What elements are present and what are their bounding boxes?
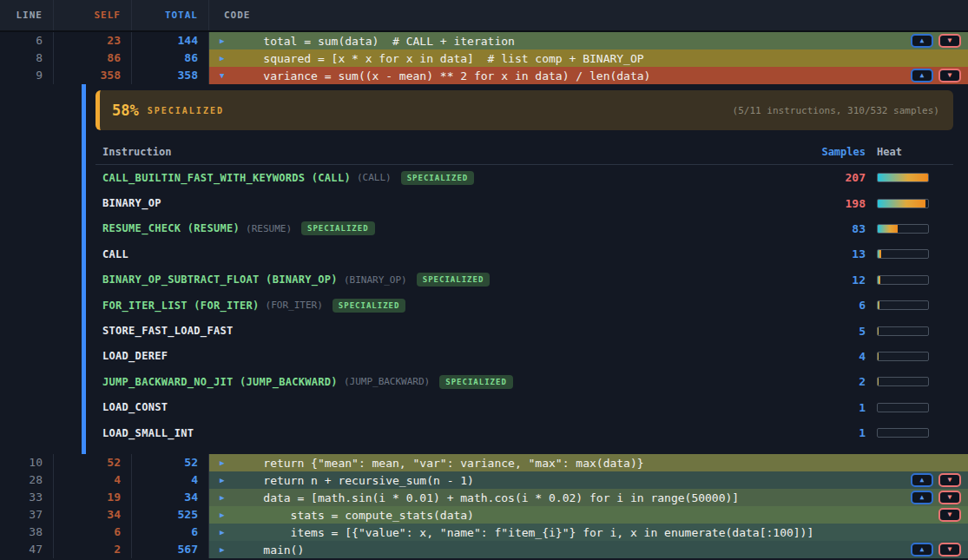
row-buttons: ▼: [938, 508, 968, 522]
samples-count: 2: [805, 375, 866, 388]
code-cell[interactable]: ▶ squared = [x * x for x in data] # list…: [209, 49, 968, 67]
instruction-name: LOAD_DEREF: [102, 350, 168, 362]
specialized-badge: SPECIALIZED: [333, 299, 406, 313]
samples-count: 5: [805, 325, 866, 338]
self-samples: 2: [54, 541, 132, 558]
heat-fill: [878, 301, 879, 309]
code-cell[interactable]: ▶ total = sum(data) # CALL + iteration ▲…: [209, 32, 968, 49]
jump-down-button[interactable]: ▼: [938, 473, 961, 487]
instruction-name: BINARY_OP: [102, 197, 161, 209]
expand-chevron-icon[interactable]: ▶: [220, 458, 230, 467]
instruction-row: FOR_ITER_LIST (FOR_ITER) (FOR_ITER) SPEC…: [95, 293, 953, 318]
instruction-row: LOAD_SMALL_INT 1: [95, 420, 953, 445]
jump-down-button[interactable]: ▼: [938, 69, 961, 82]
heat-cell: [877, 300, 953, 310]
jump-down-button[interactable]: ▼: [938, 543, 961, 557]
code-cell[interactable]: ▶ main() ▲▼: [209, 541, 968, 558]
row-buttons: ▲▼: [911, 491, 968, 504]
total-samples: 52: [132, 454, 209, 471]
instruction-base: (JUMP_BACKWARD): [344, 376, 430, 387]
line-number: 37: [0, 506, 54, 524]
line-number: 6: [0, 32, 54, 49]
expand-chevron-icon[interactable]: ▶: [220, 511, 230, 519]
samples-count: 198: [805, 197, 866, 210]
heat-bar: [877, 199, 929, 208]
table-row[interactable]: 10 52 52 ▶ return {"mean": mean, "var": …: [0, 454, 968, 471]
expand-chevron-icon[interactable]: ▶: [220, 36, 230, 45]
line-number: 8: [0, 49, 54, 67]
jump-down-button[interactable]: ▼: [938, 491, 961, 504]
table-row[interactable]: 37 34 525 ▶ stats = compute_stats(data) …: [0, 506, 968, 524]
code-cell[interactable]: ▶ stats = compute_stats(data) ▼: [209, 506, 968, 524]
jump-up-button[interactable]: ▲: [911, 491, 933, 504]
expand-chevron-icon[interactable]: ▼: [220, 71, 230, 80]
heat-cell: [877, 199, 953, 208]
self-samples: 6: [54, 524, 132, 541]
code-cell[interactable]: ▼ variance = sum((x - mean) ** 2 for x i…: [209, 67, 968, 84]
jump-down-button[interactable]: ▼: [938, 508, 961, 522]
code-cell[interactable]: ▶ items = [{"value": x, "name": f"item_{…: [209, 524, 968, 541]
jump-down-button[interactable]: ▼: [938, 34, 961, 48]
instruction-base: (RESUME): [246, 223, 292, 234]
heat-bar: [877, 300, 929, 310]
total-samples: 34: [132, 489, 209, 506]
expand-chevron-icon[interactable]: ▶: [220, 528, 230, 537]
total-samples: 358: [132, 67, 209, 84]
instruction-row: RESUME_CHECK (RESUME) (RESUME) SPECIALIZ…: [95, 216, 953, 241]
heat-fill: [878, 225, 898, 233]
instruction-base: (FOR_ITER): [266, 300, 323, 311]
instruction-name-cell: CALL_BUILTIN_FAST_WITH_KEYWORDS (CALL) (…: [95, 171, 805, 185]
samples-column-header: Samples: [805, 146, 866, 158]
expanded-detail-panel: 58% SPECIALIZED (5/11 instructions, 310/…: [0, 84, 968, 454]
expand-chevron-icon[interactable]: ▶: [220, 54, 230, 63]
jump-up-button[interactable]: ▲: [911, 69, 933, 82]
jump-up-button[interactable]: ▲: [911, 473, 933, 487]
column-header-code: CODE: [209, 0, 968, 30]
self-samples: 4: [54, 471, 132, 489]
expand-chevron-icon[interactable]: ▶: [220, 545, 230, 554]
instruction-name-cell: LOAD_SMALL_INT: [95, 427, 805, 439]
instruction-name-cell: JUMP_BACKWARD_NO_JIT (JUMP_BACKWARD) (JU…: [95, 375, 805, 389]
line-number: 47: [0, 541, 54, 558]
instruction-name-cell: FOR_ITER_LIST (FOR_ITER) (FOR_ITER) SPEC…: [95, 299, 805, 313]
instruction-row: STORE_FAST_LOAD_FAST 5: [95, 318, 953, 343]
self-samples: 358: [54, 67, 132, 84]
heat-fill: [878, 250, 881, 258]
heat-bar: [877, 275, 929, 285]
expand-chevron-icon[interactable]: ▶: [220, 493, 230, 502]
table-row[interactable]: 47 2 567 ▶ main() ▲▼: [0, 541, 968, 558]
total-samples: 567: [132, 541, 209, 558]
expand-chevron-icon[interactable]: ▶: [220, 476, 230, 484]
instruction-name: RESUME_CHECK (RESUME): [102, 222, 240, 234]
table-header-row: LINE SELF TOTAL CODE: [0, 0, 968, 32]
line-number: 33: [0, 489, 54, 506]
table-row[interactable]: 38 6 6 ▶ items = [{"value": x, "name": f…: [0, 524, 968, 541]
code-text: stats = compute_stats(data): [236, 509, 474, 522]
profiler-app: LINE SELF TOTAL CODE 6 23 144 ▶ total = …: [0, 0, 968, 560]
heat-fill: [878, 200, 925, 208]
code-cell[interactable]: ▶ return n + recursive_sum(n - 1) ▲▼: [209, 471, 968, 489]
table-row[interactable]: 9 358 358 ▼ variance = sum((x - mean) **…: [0, 67, 968, 84]
jump-up-button[interactable]: ▲: [911, 34, 933, 48]
instruction-row: BINARY_OP 198: [95, 190, 953, 215]
instruction-row: CALL 13: [95, 241, 953, 267]
code-cell[interactable]: ▶ return {"mean": mean, "var": variance,…: [209, 454, 968, 471]
heat-cell: [877, 403, 953, 412]
instruction-row: LOAD_CONST 1: [95, 395, 953, 420]
specialization-summary: (5/11 instructions, 310/532 samples): [733, 105, 939, 116]
table-row[interactable]: 28 4 4 ▶ return n + recursive_sum(n - 1)…: [0, 471, 968, 489]
samples-count: 13: [805, 247, 866, 260]
jump-up-button[interactable]: ▲: [911, 543, 933, 557]
specialized-badge: SPECIALIZED: [417, 273, 491, 287]
table-row[interactable]: 8 86 86 ▶ squared = [x * x for x in data…: [0, 49, 968, 67]
code-text: return n + recursive_sum(n - 1): [236, 474, 474, 487]
instruction-name: CALL_BUILTIN_FAST_WITH_KEYWORDS (CALL): [102, 172, 351, 184]
samples-count: 207: [805, 171, 866, 184]
instruction-name: STORE_FAST_LOAD_FAST: [102, 325, 234, 337]
total-samples: 525: [132, 506, 209, 524]
code-cell[interactable]: ▶ data = [math.sin(i * 0.01) + math.cos(…: [209, 489, 968, 506]
line-number: 38: [0, 524, 54, 541]
table-row[interactable]: 33 19 34 ▶ data = [math.sin(i * 0.01) + …: [0, 489, 968, 506]
table-row[interactable]: 6 23 144 ▶ total = sum(data) # CALL + it…: [0, 32, 968, 49]
heat-bar: [877, 249, 929, 259]
